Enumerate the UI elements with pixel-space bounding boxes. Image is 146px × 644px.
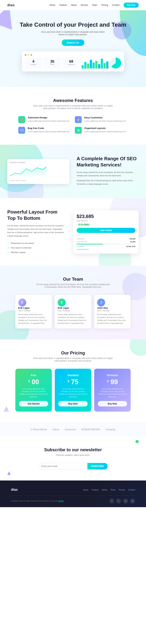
nav-about[interactable]: About [71,4,77,6]
pricing-section: Our Pricing Duis aute irure dolor in rep… [0,340,146,423]
feature-code-title: Bug free Code [28,127,70,130]
stat-projects-label: Projects [27,64,39,66]
finance-widget: $23,685 PER MONTH +5.2% ($48k) ADD FUNDS… [73,210,139,254]
widget-progress-bar [77,244,136,244]
newsletter-section: Subscribe to our newsletter Receive upda… [0,436,146,480]
pricing-grid: Free $ 00 Far far away, behind the word … [7,369,139,412]
feature-design-text: Awesome Design Lorem adipiscing elit don… [28,116,70,122]
footer-bottom: Copyright ©2019 All rights reserved | Th… [11,498,135,504]
logo-slack: slack [53,428,59,431]
footer-link-contact[interactable]: Contact [128,489,135,491]
feature-customize: ⚡ Easy Customize Lorem adipiscing elit d… [75,116,128,123]
team-desc-3: Far far away, behind the word mountains,… [97,313,128,325]
pricing-premium-currency: $ [107,380,109,383]
layout-desc: Far far away, behind the word mountains,… [7,224,66,238]
dot-red [25,54,26,56]
nav-pricing[interactable]: Pricing [101,4,108,6]
marketing-text: A Complete Range Of SEO Marketing Servic… [77,156,139,187]
social-twitter[interactable]: t [116,498,121,504]
pricing-standard-price: $ 75 [58,378,88,386]
nav-cta-button[interactable]: Try Free [124,2,139,8]
stat-members-label: Members [65,64,77,66]
nav-team[interactable]: Team [92,4,97,6]
newsletter-subscribe-button[interactable]: SUBSCRIBE [87,463,108,470]
marketing-chart: Analytics Overview Performance • Growth [7,159,69,184]
team-desc-1: Far far away, behind the word mountains,… [18,313,49,325]
dot-green [31,54,32,56]
layout-title: Powerful Layout From Top To Bottom [7,209,66,222]
widget-dest-key: Destination [77,238,85,240]
logo-shopify: shopify [106,428,116,431]
footer-link-team[interactable]: Team [111,489,116,491]
pricing-standard-desc: Far far away, behind the word mountains,… [58,388,88,398]
footer-link-home[interactable]: Home [83,489,89,491]
footer-links: Home Feature About Team Pricing Contact [83,489,135,491]
footer-link-feature[interactable]: Feature [92,489,99,491]
hero-dashboard: 4 Projects 35 Tasks 68 Members [22,51,124,72]
widget-divider [77,236,136,236]
nav-home[interactable]: Home [49,4,55,6]
pricing-subtitle: Duis aute irure dolor in reprehenderit i… [33,357,113,362]
nav-contact[interactable]: Contact [112,4,120,6]
footer-copy-link[interactable]: Colorlib [58,500,64,502]
pricing-free-button[interactable]: Get Started [19,401,48,406]
social-facebook[interactable]: f [109,498,114,504]
newsletter-triangle [7,471,11,475]
nav-feature[interactable]: Feature [59,4,67,6]
pricing-premium-button[interactable]: Buy Now [98,401,127,406]
feature-layouts: ⊞ Organized Layouts Lorem adipiscing eli… [75,127,128,134]
pricing-free-amount: 00 [32,378,39,386]
check-icon-3: ✓ [7,251,9,254]
pricing-premium-desc: Far far away, behind the word mountains,… [98,388,127,398]
hero-cta-button[interactable]: Explore Us [62,40,84,46]
widget-add-funds-button[interactable]: ADD FUNDS [77,228,136,233]
widget-from-val: €1,234 [130,241,136,242]
social-youtube[interactable]: yt [130,498,135,504]
features-grid: 🎨 Awesome Design Lorem adipiscing elit d… [18,116,128,134]
marketing-para2: Separated they live in Bookmarksgrove ri… [77,179,139,186]
footer-link-pricing[interactable]: Pricing [119,489,125,491]
widget-badge: +5.2% ($48k) [77,223,91,226]
stat-members: 68 Members [63,58,80,68]
pricing-title: Our Pricing [7,350,139,356]
pricing-standard-button[interactable]: Buy Now [58,401,88,406]
footer-logo: dtax [11,488,18,492]
team-role-2: CEO / Founder [58,310,88,312]
stat-projects-num: 4 [27,60,39,64]
widget-amount: $23,685 [77,214,136,219]
stat-tasks-label: Tasks [46,64,58,66]
check-icon-2: ✓ [7,246,9,249]
newsletter-subtitle: Receive updates, latest deal alerts [33,454,113,456]
team-section: Our Team Far far away, behind the word m… [0,266,146,340]
logos-section: ⬡ ReachNow slack trustcart ROBOFORTEK sh… [0,422,146,436]
feature-design-desc: Lorem adipiscing elit donec tempus parte… [28,120,70,122]
team-name-2: Erik Ligas [58,306,88,309]
newsletter-dot [136,440,139,443]
feature-design-title: Awesome Design [28,116,70,119]
hero-title: Take Control of your Project and Team [7,21,139,28]
footer-link-about[interactable]: About [102,489,107,491]
pricing-standard-tier: Standard [58,374,88,377]
features-subtitle: Duis aute irure dolor in reprehenderit i… [33,104,113,110]
dashboard-stats: 4 Projects 35 Tasks 68 Members [25,58,121,68]
feature-design-icon: 🎨 [18,116,25,123]
layout-point-1: ✓ Responsive on any device [7,241,66,246]
nav-service[interactable]: Service [81,4,88,6]
feature-customize-desc: Lorem adipiscing elit donec tempus parte… [84,120,126,122]
feature-design: 🎨 Awesome Design Lorem adipiscing elit d… [18,116,71,123]
widget-row-exchange: Exchange 12 Dec GTK [77,246,136,247]
widget-from-key: From $55,006 [77,241,87,242]
layout-point-3: ✓ Effective support [7,250,66,255]
pricing-premium: Premium $ 99 Far far away, behind the wo… [94,369,131,412]
footer-social: f t in yt [109,498,135,504]
team-member-3: J John Doe CEO / Founder Far far away, b… [94,295,131,328]
widget-row-dest: Destination Europe [77,238,136,240]
dashboard-bar-chart [82,58,108,68]
newsletter-email-input[interactable] [38,463,87,470]
feature-code: </> Bug free Code Lorem adipiscing elit … [18,127,71,134]
logo-trustcart: trustcart [65,428,76,431]
team-name-3: John Doe [97,306,128,309]
widget-download-link[interactable]: Download report [77,248,136,250]
widget-row-from: From $55,006 €1,234 [77,241,136,242]
social-linkedin[interactable]: in [123,498,128,504]
